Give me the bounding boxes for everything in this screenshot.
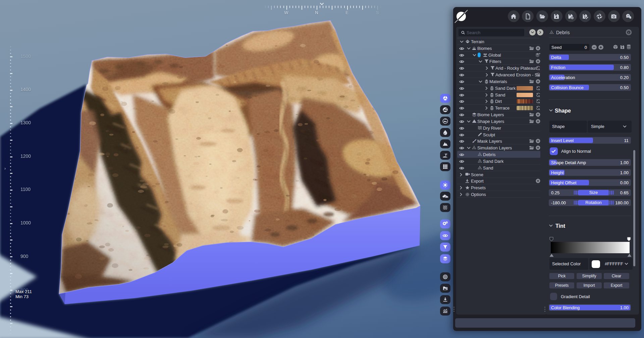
expand-chevron-right-icon[interactable] (486, 66, 488, 70)
slider-color-blending[interactable]: Color Blending1.00 (549, 304, 631, 311)
folder-icon[interactable] (529, 113, 534, 117)
refresh-icon[interactable] (536, 106, 540, 110)
export-button[interactable]: Export (604, 282, 629, 288)
expand-chevron-right-icon[interactable] (485, 106, 488, 110)
panel-resize-grip[interactable] (453, 306, 454, 312)
properties-scrollbar[interactable] (633, 150, 635, 266)
layer-row-arid-rocky-plateaus[interactable]: Arid - Rocky Plateaus (457, 65, 540, 71)
slider-insert-level[interactable]: Insert Level11 (549, 137, 631, 144)
slider-height[interactable]: Height1.00 (549, 169, 631, 176)
tint-section-chevron-icon[interactable] (549, 224, 553, 227)
collapse-all-button[interactable] (529, 29, 536, 36)
tint-gradient-bar[interactable] (551, 242, 630, 253)
gradient-stop-end[interactable] (627, 237, 631, 241)
tool-clouds-button[interactable] (440, 192, 450, 201)
save-seed-icon[interactable] (620, 45, 625, 49)
material-swatch-sand_dark[interactable] (517, 86, 533, 91)
visibility-eye-icon[interactable] (459, 153, 464, 157)
refresh-icon[interactable] (536, 93, 540, 97)
refresh-icon[interactable] (536, 86, 540, 90)
folder-icon[interactable] (529, 46, 534, 50)
refresh-icon[interactable] (536, 66, 540, 70)
tool-layers-button[interactable] (440, 254, 450, 263)
tool-mountain-night-button[interactable] (440, 105, 450, 114)
layer-row-biome-layers[interactable]: Biome Layers (457, 111, 540, 118)
help-button[interactable]: ? (622, 10, 634, 22)
folder-icon[interactable] (529, 59, 534, 63)
layer-row-sand[interactable]: Sand (457, 91, 540, 98)
visibility-eye-icon[interactable] (459, 113, 464, 117)
visibility-eye-icon[interactable] (459, 159, 464, 163)
visibility-eye-icon[interactable] (459, 166, 464, 170)
shape-dropdown[interactable]: Simple (588, 121, 632, 133)
folder-icon[interactable] (529, 119, 534, 123)
import-button[interactable]: Import (577, 282, 602, 288)
visibility-eye-icon[interactable] (459, 106, 464, 110)
tool-download-button[interactable] (440, 295, 450, 304)
visibility-eye-icon[interactable] (459, 99, 464, 104)
visibility-eye-icon[interactable] (459, 66, 464, 70)
expand-chevron-right-icon[interactable] (486, 73, 488, 77)
info-icon[interactable] (626, 29, 632, 35)
slider-height-offset[interactable]: Height Offset0.00 (549, 179, 631, 186)
layer-row-terrace[interactable]: Terrace (457, 105, 540, 111)
slider-friction[interactable]: Friction0.80 (549, 64, 631, 71)
add-icon[interactable] (536, 59, 540, 64)
add-icon[interactable] (536, 46, 540, 51)
expand-chevron-right-icon[interactable] (485, 93, 488, 97)
refresh-icon[interactable] (536, 99, 540, 104)
layer-row-debris[interactable]: Debris (457, 151, 540, 158)
material-swatch-dirt[interactable] (517, 99, 533, 104)
left-panel-expander-icon[interactable]: › (4, 166, 6, 171)
shape-section-chevron-icon[interactable] (549, 109, 553, 112)
tool-eye-button[interactable] (440, 231, 450, 240)
expand-chevron-right-icon[interactable] (460, 186, 462, 190)
visibility-eye-icon[interactable] (459, 80, 464, 84)
pick-button[interactable]: Pick (549, 273, 574, 279)
add-icon[interactable] (536, 179, 540, 183)
expand-chevron-right-icon[interactable] (485, 99, 488, 103)
home-button[interactable] (508, 10, 520, 22)
layer-row-scene[interactable]: Scene (457, 171, 540, 178)
gradient-handle-left[interactable] (549, 254, 554, 257)
expand-chevron-down-icon[interactable] (479, 80, 482, 83)
rebuild-button[interactable] (594, 10, 605, 22)
presets-button[interactable]: Presets (549, 282, 574, 288)
tool-mountain-button[interactable] (440, 139, 450, 148)
expand-chevron-down-icon[interactable] (467, 120, 471, 123)
open-file-button[interactable] (536, 10, 548, 22)
tool-mountain-day-button[interactable] (440, 117, 450, 126)
layer-row-filters[interactable]: Filters (457, 58, 540, 65)
visibility-eye-icon[interactable] (459, 47, 464, 51)
seed-increment-button[interactable] (598, 45, 603, 50)
folder-icon[interactable] (529, 146, 534, 150)
layer-row-sculpt[interactable]: Sculpt (457, 131, 540, 138)
seed-history-icon[interactable] (627, 45, 631, 49)
slider-shape-detail-amp[interactable]: Shape Detail Amp1.00 (549, 159, 631, 166)
tool-water-button[interactable] (440, 128, 450, 137)
folder-icon[interactable] (529, 139, 534, 143)
slider-acceleration[interactable]: Acceleration0.20 (549, 74, 631, 81)
tool-record-button[interactable] (440, 272, 450, 281)
tool-sun-button[interactable] (440, 181, 450, 190)
tool-funnel-button[interactable] (440, 243, 450, 252)
gradient-handle-right[interactable] (627, 254, 632, 257)
expand-chevron-down-icon[interactable] (467, 47, 471, 50)
seed-decrement-button[interactable] (592, 45, 597, 50)
visibility-eye-icon[interactable] (459, 73, 464, 77)
gradient-stop-start[interactable] (549, 237, 553, 241)
align-to-normal-checkbox[interactable] (550, 147, 558, 155)
layer-row-shape-layers[interactable]: Shape Layers (457, 118, 540, 125)
layer-row-biomes[interactable]: Biomes (457, 45, 540, 52)
search-input[interactable]: Search (459, 29, 524, 36)
layer-row-sand-dark[interactable]: Sand Dark (457, 158, 540, 164)
refresh-icon[interactable] (536, 73, 540, 77)
range-slider-rotation[interactable]: -180.00Rotation180.00 (549, 199, 631, 206)
layer-row-terrain[interactable]: Terrain (457, 38, 540, 45)
save-rename-button[interactable] (579, 10, 591, 22)
dice-random-icon[interactable] (613, 45, 618, 49)
layer-row-advanced-erosion-se[interactable]: Advanced Erosion - Se (457, 71, 540, 78)
layer-row-sand[interactable]: Sand (457, 164, 540, 171)
layer-row-materials[interactable]: Materials (457, 78, 540, 85)
layers-add-icon[interactable] (535, 53, 540, 57)
